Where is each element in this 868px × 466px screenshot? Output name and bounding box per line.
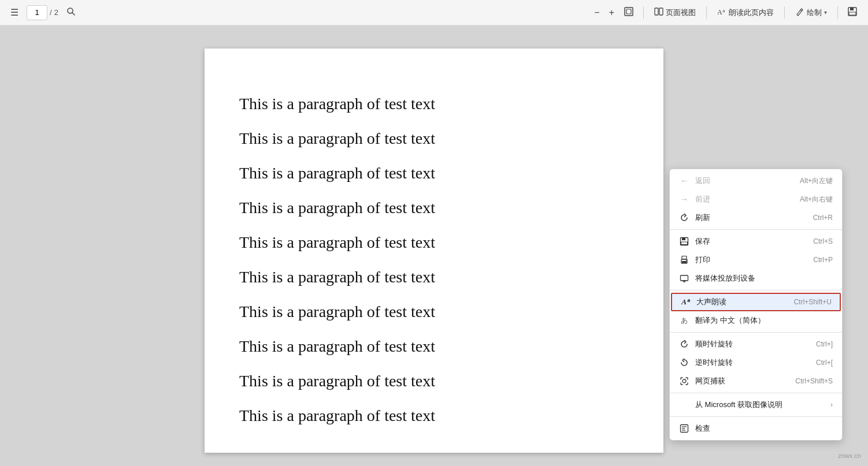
pdf-paragraph-2: This is a paragraph of test text [239, 129, 629, 148]
zoom-out-button[interactable]: − [591, 5, 603, 20]
menu-item-rotate-ccw[interactable]: 逆时针旋转 Ctrl+[ [670, 353, 842, 372]
menu-shortcut-save: Ctrl+S [813, 237, 833, 245]
search-button[interactable] [63, 5, 79, 21]
svg-rect-10 [849, 12, 856, 15]
svg-point-22 [682, 379, 686, 383]
toolbar: ☰ / 2 − + [0, 0, 868, 25]
menu-label-rotate-cw: 顺时针旋转 [695, 339, 810, 349]
submenu-arrow-icon: › [830, 401, 833, 409]
save-icon [847, 6, 858, 19]
context-menu: ← 返回 Alt+向左键 → 前进 Alt+向右键 刷新 Ctrl+R 保存 C… [669, 169, 843, 441]
search-icon [66, 7, 76, 18]
page-view-button[interactable]: 页面视图 [650, 5, 700, 20]
menu-label-cast: 将媒体投放到设备 [695, 273, 833, 284]
toolbar-divider-1 [643, 6, 644, 19]
svg-rect-2 [625, 8, 633, 16]
menu-label-inspect: 检查 [695, 423, 833, 434]
refresh-icon [679, 213, 689, 223]
menu-separator-1 [670, 229, 842, 230]
menu-label-read-aloud: 大声朗读 [696, 297, 788, 307]
page-input[interactable] [27, 5, 47, 20]
inspect-icon [679, 423, 689, 434]
svg-rect-9 [850, 8, 854, 10]
draw-icon [795, 7, 804, 18]
zoom-in-button[interactable]: + [606, 5, 618, 20]
pdf-paragraph-7: This is a paragraph of test text [239, 303, 629, 321]
pdf-paragraph-10: This is a paragraph of test text [239, 407, 629, 425]
menu-label-back: 返回 [695, 176, 794, 186]
svg-line-7 [800, 10, 802, 11]
menu-item-back[interactable]: ← 返回 Alt+向左键 [670, 172, 842, 190]
svg-rect-3 [626, 9, 631, 14]
pdf-paragraph-8: This is a paragraph of test text [239, 337, 629, 356]
svg-rect-12 [682, 238, 685, 241]
svg-rect-15 [682, 256, 687, 259]
svg-line-1 [72, 13, 75, 15]
page-total: 2 [54, 8, 58, 17]
menu-item-forward[interactable]: → 前进 Alt+向右键 [670, 190, 842, 208]
save-button[interactable] [844, 4, 861, 21]
menu-item-rotate-cw[interactable]: 顺时针旋转 Ctrl+] [670, 335, 842, 353]
menu-label-refresh: 刷新 [695, 213, 807, 223]
menu-item-translate[interactable]: あ 翻译为 中文（简体） [670, 311, 842, 330]
menu-separator-5 [670, 416, 842, 417]
toolbar-divider-2 [706, 6, 707, 19]
rotate-ccw-icon [679, 357, 689, 368]
toolbar-right: − + 页面视图 [591, 4, 861, 21]
svg-rect-4 [655, 8, 658, 15]
svg-point-17 [686, 260, 687, 261]
read-aloud-menu-icon: Aᵃ [680, 297, 691, 307]
svg-rect-16 [682, 261, 687, 263]
zoom-out-icon: − [594, 8, 599, 18]
menu-item-print[interactable]: 打印 Ctrl+P [670, 251, 842, 269]
svg-text:Aᵃ: Aᵃ [717, 8, 725, 16]
back-icon: ← [679, 176, 689, 186]
print-icon [679, 255, 689, 265]
draw-arrow-icon: ▾ [824, 9, 827, 16]
page-separator: / [50, 8, 52, 17]
menu-item-image-desc[interactable]: 从 Microsoft 获取图像说明 › [670, 396, 842, 414]
pdf-paragraph-5: This is a paragraph of test text [239, 233, 629, 252]
menu-label-print: 打印 [695, 255, 807, 265]
menu-item-cast[interactable]: 将媒体投放到设备 [670, 269, 842, 288]
menu-label-translate: 翻译为 中文（简体） [695, 315, 833, 326]
menu-shortcut-back: Alt+向左键 [800, 176, 833, 186]
cast-icon [679, 273, 689, 284]
page-view-label: 页面视图 [666, 8, 696, 18]
menu-shortcut-print: Ctrl+P [813, 256, 833, 264]
pdf-paragraph-9: This is a paragraph of test text [239, 372, 629, 390]
read-aloud-button[interactable]: Aᵃ 朗读此页内容 [713, 5, 778, 20]
menu-shortcut-forward: Alt+向右键 [800, 195, 833, 204]
menu-shortcut-screenshot: Ctrl+Shift+S [795, 377, 833, 385]
menu-separator-4 [670, 393, 842, 393]
menu-shortcut-read-aloud: Ctrl+Shift+U [794, 298, 832, 306]
pdf-paragraph-6: This is a paragraph of test text [239, 268, 629, 286]
toolbar-left: ☰ / 2 [7, 5, 586, 21]
fit-page-icon [624, 6, 634, 19]
menu-item-inspect[interactable]: 检查 [670, 419, 842, 438]
menu-button[interactable]: ☰ [7, 5, 22, 20]
menu-icon: ☰ [10, 7, 18, 18]
draw-label: 绘制 [807, 8, 822, 18]
menu-label-forward: 前进 [695, 194, 794, 204]
draw-button[interactable]: 绘制 ▾ [791, 5, 832, 20]
menu-label-screenshot: 网页捕获 [695, 376, 789, 386]
menu-item-screenshot[interactable]: 网页捕获 Ctrl+Shift+S [670, 372, 842, 390]
menu-shortcut-rotate-ccw: Ctrl+[ [816, 359, 833, 367]
menu-item-save[interactable]: 保存 Ctrl+S [670, 232, 842, 251]
menu-separator-2 [670, 290, 842, 290]
rotate-cw-icon [679, 339, 689, 349]
pdf-page: This is a paragraph of test text This is… [205, 49, 663, 453]
menu-shortcut-refresh: Ctrl+R [813, 214, 833, 222]
zoom-in-icon: + [609, 8, 614, 18]
toolbar-divider-4 [837, 6, 838, 19]
menu-item-refresh[interactable]: 刷新 Ctrl+R [670, 208, 842, 227]
menu-label-image-desc: 从 Microsoft 获取图像说明 [695, 400, 825, 410]
fit-page-button[interactable] [620, 4, 637, 21]
pdf-paragraph-4: This is a paragraph of test text [239, 199, 629, 217]
svg-rect-13 [681, 242, 688, 245]
pdf-paragraph-3: This is a paragraph of test text [239, 164, 629, 182]
page-view-icon [654, 7, 663, 18]
screenshot-icon [679, 376, 689, 386]
menu-item-read-aloud[interactable]: Aᵃ 大声朗读 Ctrl+Shift+U [671, 293, 841, 311]
